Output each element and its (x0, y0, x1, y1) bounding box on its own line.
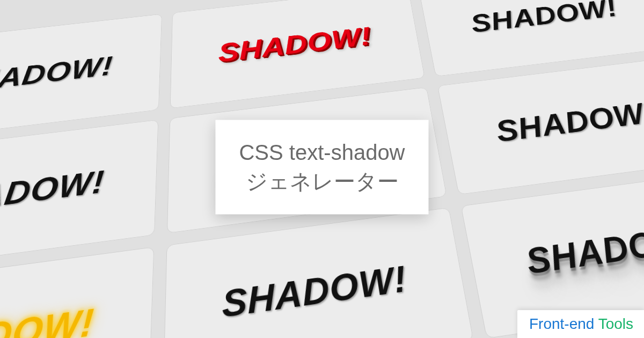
title-card: CSS text-shadow ジェネレーター (215, 120, 428, 214)
shadow-sample-text: SHADOW! (522, 218, 644, 282)
shadow-sample-text: SHADOW! (0, 300, 96, 338)
shadow-sample-text: SHADOW! (468, 0, 621, 38)
shadow-sample-text: SHADOW! (218, 21, 373, 68)
brand-label: Front-end Tools (517, 310, 644, 338)
shadow-sample-card: SHADOW! (0, 247, 154, 338)
shadow-sample-text: SHADOW! (0, 51, 114, 100)
brand-part-1: Front-end (529, 315, 598, 332)
title-line-1: CSS text-shadow (239, 138, 405, 167)
brand-part-2: Tools (598, 315, 633, 332)
title-line-2: ジェネレーター (239, 167, 405, 196)
shadow-sample-card: SHADOW! (437, 56, 644, 195)
shadow-sample-text: SHADOW! (493, 96, 644, 149)
shadow-sample-text: SHADOW! (0, 164, 106, 223)
shadow-sample-text: SHADOW! (222, 258, 409, 326)
